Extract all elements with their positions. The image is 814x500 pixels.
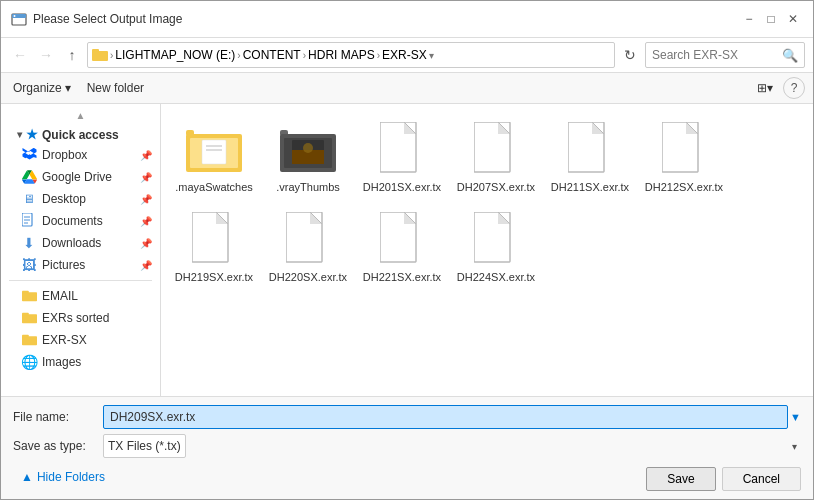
- sidebar-exrs-sorted-label: EXRs sorted: [42, 311, 152, 325]
- sidebar-item-dropbox[interactable]: Dropbox 📌: [1, 144, 160, 166]
- list-item[interactable]: DH207SX.exr.tx: [451, 112, 541, 198]
- breadcrumb-dropdown-arrow: ▾: [429, 50, 434, 61]
- maximize-button[interactable]: □: [761, 9, 781, 29]
- sidebar-item-exr-sx[interactable]: EXR-SX: [1, 329, 160, 351]
- sidebar-divider-1: [9, 280, 152, 281]
- help-button[interactable]: ?: [783, 77, 805, 99]
- file-name-dh219: DH219SX.exr.tx: [175, 270, 253, 284]
- sidebar-item-pictures[interactable]: 🖼 Pictures 📌: [1, 254, 160, 276]
- sidebar-exr-sx-label: EXR-SX: [42, 333, 152, 347]
- filetype-select[interactable]: TX Files (*.tx): [103, 434, 186, 458]
- google-drive-icon: [21, 169, 37, 185]
- file-name-dh201: DH201SX.exr.tx: [363, 180, 441, 194]
- sidebar-dropbox-pin: 📌: [140, 150, 152, 161]
- sidebar: ▲ ▾ ★ Quick access Dropbox 📌 Googl: [1, 104, 161, 396]
- images-folder-icon: 🌐: [21, 354, 37, 370]
- new-folder-button[interactable]: New folder: [83, 79, 148, 97]
- breadcrumb-part-4: EXR-SX: [382, 48, 427, 62]
- filetype-label: Save as type:: [13, 439, 103, 453]
- svg-rect-12: [22, 313, 29, 316]
- hide-folders-button[interactable]: ▲ Hide Folders: [13, 466, 113, 488]
- dropbox-icon: [21, 147, 37, 163]
- documents-icon: [21, 213, 37, 229]
- list-item[interactable]: DH224SX.exr.tx: [451, 202, 541, 288]
- sidebar-item-google-drive[interactable]: Google Drive 📌: [1, 166, 160, 188]
- list-item[interactable]: DH220SX.exr.tx: [263, 202, 353, 288]
- file-name-dh224: DH224SX.exr.tx: [457, 270, 535, 284]
- svg-point-26: [303, 143, 313, 153]
- dialog-window: Please Select Output Image − □ ✕ ← → ↑ ›…: [0, 0, 814, 500]
- hide-folders-arrow: ▲: [21, 470, 33, 484]
- filename-label: File name:: [13, 410, 103, 424]
- file-name-dh220: DH220SX.exr.tx: [269, 270, 347, 284]
- file-icon-dh220: [280, 208, 336, 268]
- sidebar-images-label: Images: [42, 355, 152, 369]
- quick-access-header: ▾ ★ Quick access: [1, 123, 160, 144]
- refresh-button[interactable]: ↻: [619, 44, 641, 66]
- sidebar-item-downloads[interactable]: ⬇ Downloads 📌: [1, 232, 160, 254]
- file-icon-dh224: [468, 208, 524, 268]
- sidebar-item-documents[interactable]: Documents 📌: [1, 210, 160, 232]
- window-controls: − □ ✕: [739, 9, 803, 29]
- quick-access-star-icon: ★: [26, 127, 38, 142]
- back-button[interactable]: ←: [9, 44, 31, 66]
- sidebar-item-images[interactable]: 🌐 Images: [1, 351, 160, 373]
- list-item[interactable]: DH201SX.exr.tx: [357, 112, 447, 198]
- pictures-icon: 🖼: [21, 257, 37, 273]
- file-grid: .mayaSwatches: [169, 112, 805, 289]
- list-item[interactable]: DH221SX.exr.tx: [357, 202, 447, 288]
- filename-input[interactable]: [103, 405, 788, 429]
- filename-dropdown-arrow[interactable]: ▼: [790, 411, 801, 423]
- svg-rect-14: [22, 335, 29, 338]
- title-bar: Please Select Output Image − □ ✕: [1, 1, 813, 38]
- close-button[interactable]: ✕: [783, 9, 803, 29]
- forward-button[interactable]: →: [35, 44, 57, 66]
- search-input[interactable]: [652, 48, 782, 62]
- organize-arrow: ▾: [65, 81, 71, 95]
- sidebar-pictures-pin: 📌: [140, 260, 152, 271]
- breadcrumb-sep-2: ›: [237, 50, 240, 61]
- file-icon-dh211: [562, 118, 618, 178]
- file-name-dh212: DH212SX.exr.tx: [645, 180, 723, 194]
- sidebar-gdrive-pin: 📌: [140, 172, 152, 183]
- list-item[interactable]: .mayaSwatches: [169, 112, 259, 198]
- cancel-button[interactable]: Cancel: [722, 467, 801, 491]
- sidebar-downloads-pin: 📌: [140, 238, 152, 249]
- sidebar-item-email[interactable]: EMAIL: [1, 285, 160, 307]
- new-folder-label: New folder: [87, 81, 144, 95]
- svg-rect-10: [22, 291, 29, 294]
- breadcrumb[interactable]: › LIGHTMAP_NOW (E:) › CONTENT › HDRI MAP…: [87, 42, 615, 68]
- breadcrumb-part-3: HDRI MAPS: [308, 48, 375, 62]
- up-button[interactable]: ↑: [61, 44, 83, 66]
- sidebar-item-desktop[interactable]: 🖥 Desktop 📌: [1, 188, 160, 210]
- svg-rect-4: [92, 49, 99, 53]
- list-item[interactable]: DH219SX.exr.tx: [169, 202, 259, 288]
- sidebar-downloads-label: Downloads: [42, 236, 135, 250]
- toolbar-right: ⊞ ▾ ?: [751, 77, 805, 99]
- breadcrumb-inner: › LIGHTMAP_NOW (E:) › CONTENT › HDRI MAP…: [92, 48, 436, 62]
- folder-icon-vray: [280, 118, 336, 178]
- list-item[interactable]: .vrayThumbs: [263, 112, 353, 198]
- desktop-icon: 🖥: [21, 191, 37, 207]
- downloads-icon: ⬇: [21, 235, 37, 251]
- toolbar: Organize ▾ New folder ⊞ ▾ ?: [1, 73, 813, 104]
- scroll-up-indicator: ▲: [1, 108, 160, 123]
- bottom-footer: ▲ Hide Folders Save Cancel: [13, 463, 801, 491]
- list-item[interactable]: DH211SX.exr.tx: [545, 112, 635, 198]
- sidebar-item-exrs-sorted[interactable]: EXRs sorted: [1, 307, 160, 329]
- list-item[interactable]: DH212SX.exr.tx: [639, 112, 729, 198]
- file-name-maya-swatches: .mayaSwatches: [175, 180, 253, 194]
- breadcrumb-sep-4: ›: [377, 50, 380, 61]
- address-bar: ← → ↑ › LIGHTMAP_NOW (E:) › CONTENT › HD…: [1, 38, 813, 73]
- breadcrumb-part-2: CONTENT: [243, 48, 301, 62]
- sidebar-gdrive-label: Google Drive: [42, 170, 135, 184]
- save-button[interactable]: Save: [646, 467, 715, 491]
- file-name-dh211: DH211SX.exr.tx: [551, 180, 629, 194]
- hide-folders-label: Hide Folders: [37, 470, 105, 484]
- view-dropdown-arrow: ▾: [767, 81, 773, 95]
- minimize-button[interactable]: −: [739, 9, 759, 29]
- action-buttons: Save Cancel: [646, 467, 801, 491]
- view-button[interactable]: ⊞ ▾: [751, 78, 779, 98]
- file-icon-dh207: [468, 118, 524, 178]
- organize-button[interactable]: Organize ▾: [9, 79, 75, 97]
